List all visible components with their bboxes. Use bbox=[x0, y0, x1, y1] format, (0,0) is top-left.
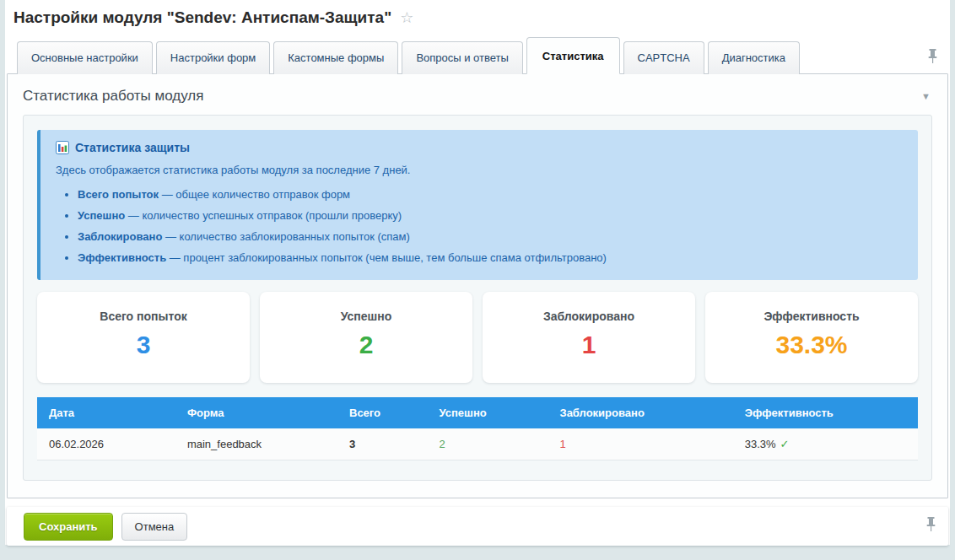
cell-blocked: 1 bbox=[548, 428, 733, 460]
tab-faq[interactable]: Вопросы и ответы bbox=[402, 41, 522, 74]
tab-main-settings[interactable]: Основные настройки bbox=[17, 41, 153, 74]
info-bullet: Всего попыток — общее количество отправо… bbox=[78, 184, 903, 205]
bullet-desc: — количество заблокированных попыток (сп… bbox=[165, 230, 410, 243]
tab-captcha[interactable]: CAPTCHA bbox=[623, 41, 704, 74]
bar-chart-icon bbox=[56, 141, 69, 154]
tab-statistics[interactable]: Статистика bbox=[526, 37, 620, 74]
page-title: Настройки модуля "Sendev: Антиспам-Защит… bbox=[13, 8, 391, 27]
footer-button-bar: Сохранить Отмена bbox=[7, 507, 948, 546]
info-box-title: Статистика защиты bbox=[75, 141, 190, 154]
info-bullet: Заблокировано — количество заблокированн… bbox=[78, 226, 903, 247]
tab-custom-forms[interactable]: Кастомные формы bbox=[273, 41, 398, 74]
column-header-date: Дата bbox=[37, 397, 175, 428]
table-header-row: Дата Форма Всего Успешно Заблокировано Э… bbox=[37, 397, 918, 428]
column-header-form: Форма bbox=[175, 397, 337, 428]
column-header-total: Всего bbox=[337, 397, 427, 428]
stat-card-value: 2 bbox=[268, 331, 464, 359]
column-header-blocked: Заблокировано bbox=[548, 397, 733, 428]
workspace: Настройки модуля "Sendev: Антиспам-Защит… bbox=[5, 0, 950, 545]
cell-total: 3 bbox=[337, 428, 427, 460]
bullet-term: Успешно bbox=[78, 209, 125, 222]
info-bullet-list: Всего попыток — общее количество отправо… bbox=[56, 184, 903, 268]
stat-card-label: Заблокировано bbox=[491, 310, 687, 323]
stat-card-label: Всего попыток bbox=[46, 310, 241, 323]
bullet-desc: — количество успешных отправок (прошли п… bbox=[128, 209, 402, 222]
bullet-term: Всего попыток bbox=[78, 188, 159, 201]
section-title: Статистика работы модуля bbox=[23, 88, 203, 105]
bullet-term: Эффективность bbox=[78, 251, 166, 264]
save-button[interactable]: Сохранить bbox=[24, 513, 113, 541]
info-box: Статистика защиты Здесь отображается ста… bbox=[37, 130, 918, 280]
pin-icon[interactable] bbox=[925, 517, 936, 535]
bullet-term: Заблокировано bbox=[78, 230, 162, 243]
info-title-row: Статистика защиты bbox=[56, 141, 903, 154]
title-row: Настройки модуля "Sendev: Антиспам-Защит… bbox=[5, 0, 950, 30]
info-bullet: Эффективность — процент заблокированных … bbox=[78, 247, 903, 268]
stat-card-total: Всего попыток 3 bbox=[37, 292, 250, 383]
cancel-button[interactable]: Отмена bbox=[121, 513, 188, 541]
info-box-intro: Здесь отображается статистика работы мод… bbox=[56, 164, 903, 176]
favorite-star-icon[interactable]: ☆ bbox=[400, 10, 413, 25]
stats-table: Дата Форма Всего Успешно Заблокировано Э… bbox=[37, 397, 918, 460]
info-bullet: Успешно — количество успешных отправок (… bbox=[78, 205, 903, 226]
cell-efficiency: 33.3%✓ bbox=[733, 428, 918, 460]
cell-form: main_feedback bbox=[175, 428, 337, 460]
stat-card-value: 33.3% bbox=[714, 331, 909, 359]
table-row: 06.02.2026 main_feedback 3 2 1 33.3%✓ bbox=[37, 428, 918, 460]
stat-card-efficiency: Эффективность 33.3% bbox=[705, 292, 918, 383]
bullet-desc: — общее количество отправок форм bbox=[162, 188, 350, 201]
tab-form-settings[interactable]: Настройки форм bbox=[156, 41, 270, 74]
column-header-success: Успешно bbox=[427, 397, 548, 428]
efficiency-value: 33.3% bbox=[745, 438, 776, 450]
check-icon: ✓ bbox=[780, 438, 790, 450]
tab-bar: Основные настройки Настройки форм Кастом… bbox=[5, 37, 950, 73]
statistics-panel: Статистика защиты Здесь отображается ста… bbox=[23, 115, 932, 481]
stat-cards-row: Всего попыток 3 Успешно 2 Заблокировано … bbox=[37, 292, 918, 383]
tab-diagnostics[interactable]: Диагностика bbox=[708, 41, 800, 74]
statistics-tab-panel: Статистика работы модуля ▼ Статистика за… bbox=[7, 73, 948, 498]
stat-card-value: 1 bbox=[491, 331, 687, 359]
column-header-efficiency: Эффективность bbox=[733, 397, 918, 428]
pin-icon[interactable] bbox=[927, 49, 938, 67]
stat-card-value: 3 bbox=[46, 331, 241, 359]
cell-success: 2 bbox=[427, 428, 548, 460]
cell-date: 06.02.2026 bbox=[37, 428, 175, 460]
bullet-desc: — процент заблокированных попыток (чем в… bbox=[170, 251, 607, 264]
section-header: Статистика работы модуля ▼ bbox=[8, 74, 947, 113]
collapse-chevron-icon[interactable]: ▼ bbox=[921, 91, 931, 101]
stat-card-success: Успешно 2 bbox=[260, 292, 472, 383]
stat-card-label: Эффективность bbox=[714, 310, 909, 323]
stat-card-blocked: Заблокировано 1 bbox=[483, 292, 695, 383]
stat-card-label: Успешно bbox=[268, 310, 464, 323]
